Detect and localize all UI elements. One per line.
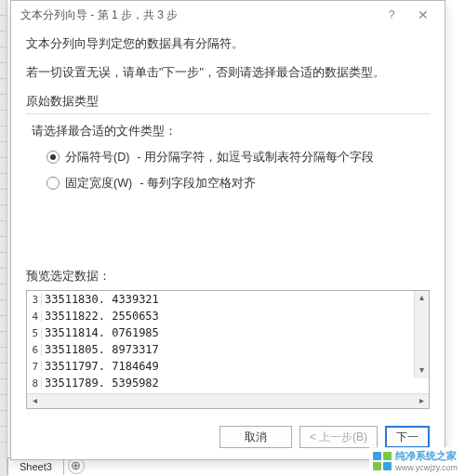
group-legend: 原始数据类型	[26, 94, 430, 110]
scroll-left-icon[interactable]: ◂	[27, 394, 42, 408]
help-icon[interactable]: ?	[376, 5, 407, 25]
preview-row: 533511814. 0761985	[27, 324, 429, 341]
radio-icon	[46, 151, 60, 164]
back-button: < 上一步(B)	[299, 426, 378, 448]
file-type-prompt: 请选择最合适的文件类型：	[32, 124, 424, 139]
watermark-url: www.ycwjzy.com	[395, 463, 458, 472]
radio-delimited-desc: - 用分隔字符，如逗号或制表符分隔每个字段	[137, 149, 374, 165]
radio-fixed-width[interactable]: 固定宽度(W) - 每列字段加空格对齐	[46, 175, 424, 192]
scroll-right-icon[interactable]: ▸	[414, 394, 429, 408]
watermark-logo-icon	[373, 452, 392, 470]
radio-fixed-desc: - 每列字段加空格对齐	[140, 175, 256, 192]
close-icon[interactable]: ✕	[407, 5, 439, 25]
original-data-type-group: 原始数据类型 请选择最合适的文件类型： 分隔符号(D) - 用分隔字符，如逗号或…	[26, 94, 430, 206]
watermark-text: 纯净系统之家	[395, 449, 458, 463]
titlebar: 文本分列向导 - 第 1 步，共 3 步 ? ✕	[11, 1, 445, 29]
intro-text-1: 文本分列向导判定您的数据具有分隔符。	[26, 36, 430, 52]
scroll-down-icon[interactable]: ▾	[415, 364, 429, 378]
preview-grid: 333511830. 4339321 433511822. 2550653 53…	[27, 291, 429, 393]
preview-legend: 预览选定数据：	[26, 269, 430, 284]
preview-row: 833511789. 5395982	[27, 375, 429, 391]
watermark: 纯净系统之家 www.ycwjzy.com	[369, 447, 461, 474]
radio-delimited[interactable]: 分隔符号(D) - 用分隔字符，如逗号或制表符分隔每个字段	[46, 149, 424, 165]
cancel-button[interactable]: 取消	[219, 426, 292, 448]
next-button[interactable]: 下一	[385, 426, 430, 448]
preview-section: 预览选定数据： 333511830. 4339321 433511822. 25…	[26, 269, 430, 409]
row-headers	[0, 0, 7, 476]
preview-row: 733511797. 7184649	[27, 358, 429, 375]
preview-row: 633511805. 8973317	[27, 341, 429, 358]
radio-icon	[46, 177, 60, 190]
horizontal-scrollbar[interactable]: ◂ ▸	[27, 393, 429, 408]
preview-row: 433511822. 2550653	[27, 308, 429, 324]
radio-fixed-label: 固定宽度(W)	[65, 175, 132, 192]
preview-row: 333511830. 4339321	[27, 291, 429, 308]
radio-delimited-label: 分隔符号(D)	[65, 149, 129, 165]
intro-text-2: 若一切设置无误，请单击"下一步"，否则请选择最合适的数据类型。	[26, 65, 430, 81]
vertical-scrollbar[interactable]: ▴ ▾	[414, 291, 429, 378]
text-import-wizard-dialog: 文本分列向导 - 第 1 步，共 3 步 ? ✕ 文本分列向导判定您的数据具有分…	[10, 0, 445, 460]
dialog-title: 文本分列向导 - 第 1 步，共 3 步	[20, 7, 376, 23]
preview-box: 333511830. 4339321 433511822. 2550653 53…	[26, 290, 430, 409]
scroll-up-icon[interactable]: ▴	[415, 291, 429, 306]
